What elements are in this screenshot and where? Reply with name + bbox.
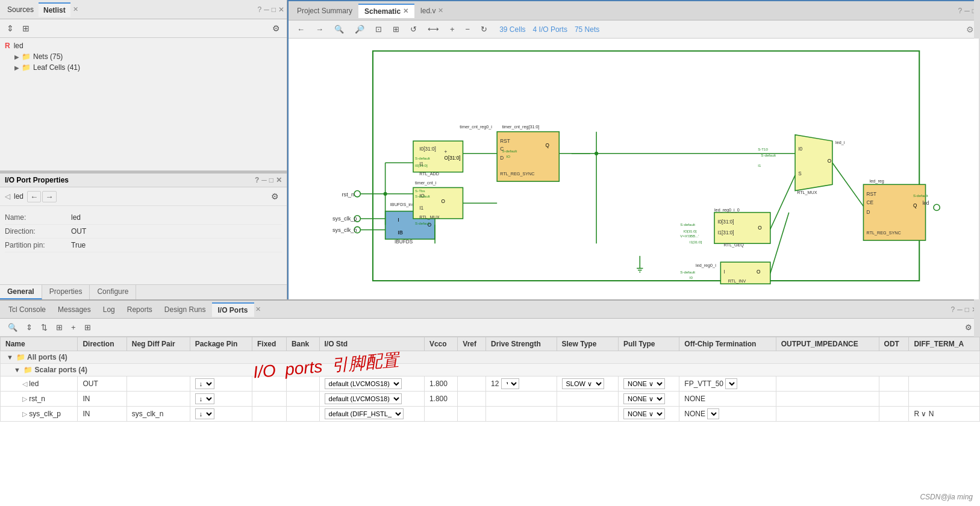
- sysClkP-io-std-select[interactable]: default (DIFF_HSTL_: [325, 408, 404, 419]
- tab-log[interactable]: Log: [97, 303, 121, 316]
- tree-root[interactable]: R led: [2, 40, 284, 51]
- sysClkP-off-chip-select[interactable]: ▼: [707, 408, 719, 419]
- bottom-help-icon[interactable]: ?: [951, 305, 955, 314]
- cells-stat[interactable]: 39 Cells: [499, 25, 525, 34]
- restore-icon[interactable]: □: [272, 5, 276, 14]
- tree-leaf-cells[interactable]: ▶ 📁 Leaf Cells (41): [12, 62, 284, 73]
- bottom-maximize-icon[interactable]: □: [965, 305, 969, 314]
- col-slew-type: Slew Type: [557, 337, 619, 351]
- rstn-package-pin-cell[interactable]: ↓: [190, 392, 252, 407]
- remove-port-btn[interactable]: ⊞: [81, 321, 94, 334]
- schematic-settings-icon[interactable]: ⚙: [966, 25, 974, 34]
- io-tab-general[interactable]: General: [0, 285, 42, 299]
- main-minimize-icon[interactable]: ─: [964, 7, 970, 15]
- zoom-in-btn[interactable]: 🔍: [331, 23, 348, 36]
- settings-btn[interactable]: ⚙: [269, 22, 283, 35]
- search-btn[interactable]: 🔍: [5, 321, 20, 334]
- rstn-io-std-select[interactable]: default (LVCMOS18): [325, 393, 402, 404]
- flip-btn[interactable]: ⟷: [424, 23, 443, 36]
- sysClkP-pull-type-cell[interactable]: NONE ∨: [619, 407, 679, 422]
- scalar-ports-expand[interactable]: ▼: [13, 366, 22, 373]
- schematic-tab-close[interactable]: ✕: [403, 7, 408, 15]
- svg-text:I0[31:0]: I0[31:0]: [415, 163, 428, 167]
- rstn-pull-type-cell[interactable]: NONE ∨: [619, 392, 679, 407]
- close-icon[interactable]: ✕: [278, 5, 284, 14]
- zoom-out-btn[interactable]: 🔎: [351, 23, 368, 36]
- rstn-package-pin-select[interactable]: ↓: [195, 393, 214, 404]
- tab-messages[interactable]: Messages: [52, 303, 97, 316]
- led-drive-strength-select[interactable]: ▼: [501, 378, 519, 389]
- minimize-icon[interactable]: ─: [264, 5, 269, 14]
- fit-window-btn[interactable]: ⊡: [372, 23, 385, 36]
- led-package-pin-select[interactable]: ↓: [195, 378, 214, 389]
- io-next-btn[interactable]: →: [42, 191, 56, 202]
- tab-io-ports[interactable]: I/O Ports: [212, 302, 254, 317]
- tab-reports[interactable]: Reports: [121, 303, 158, 316]
- led-package-pin-cell[interactable]: ↓: [190, 376, 252, 392]
- reload-btn[interactable]: ↻: [477, 23, 491, 36]
- tab-tcl-console[interactable]: Tcl Console: [2, 303, 52, 316]
- led-slew-type-cell[interactable]: SLOW ∨: [557, 376, 619, 392]
- sysClkP-package-pin-select[interactable]: ↓: [195, 408, 214, 419]
- io-help-icon[interactable]: ?: [255, 176, 259, 184]
- rstn-drive-strength-cell: [486, 392, 557, 407]
- io-minimize-icon[interactable]: ─: [261, 176, 267, 184]
- fit-selection-btn[interactable]: ⊞: [389, 23, 403, 36]
- io-settings-btn[interactable]: ⚙: [268, 190, 282, 203]
- main-help-icon[interactable]: ?: [958, 7, 963, 15]
- nets-stat[interactable]: 75 Nets: [575, 25, 599, 34]
- add-btn[interactable]: +: [446, 23, 458, 36]
- io-restore-icon[interactable]: □: [269, 176, 273, 184]
- tab-netlist[interactable]: Netlist: [39, 2, 70, 17]
- io-panel-subheader: ◁ led ← → ⚙: [0, 187, 287, 206]
- tab-schematic[interactable]: Schematic ✕: [358, 4, 414, 18]
- schematic-canvas[interactable]: rst_n sys_clk_p sys_clk_n I O IB IBUFDS …: [289, 39, 979, 299]
- led-off-chip-cell[interactable]: FP_VTT_50 ▼: [679, 376, 776, 392]
- help-icon[interactable]: ?: [258, 5, 262, 14]
- refresh-btn[interactable]: ⊞: [19, 22, 33, 35]
- table-settings-btn[interactable]: ⚙: [962, 321, 975, 334]
- io-close-icon[interactable]: ✕: [276, 176, 282, 184]
- io-tab-properties[interactable]: Properties: [42, 285, 90, 299]
- rstn-slew-type-cell: [557, 392, 619, 407]
- tree-nets-group: ▶ 📁 Nets (75) ▶ 📁 Leaf Cells (41): [12, 51, 284, 73]
- svg-text:I: I: [723, 269, 725, 275]
- sysClkP-pull-select[interactable]: NONE ∨: [623, 408, 665, 419]
- led-pull-type-cell[interactable]: NONE ∨: [619, 376, 679, 392]
- tree-nets[interactable]: ▶ 📁 Nets (75): [12, 51, 284, 62]
- tab-led-v[interactable]: led.v ✕: [414, 4, 449, 17]
- bottom-minimize-icon[interactable]: ─: [957, 305, 963, 314]
- tab-design-runs[interactable]: Design Runs: [158, 303, 212, 316]
- led-slew-select[interactable]: SLOW ∨: [562, 378, 604, 389]
- nav-back-btn[interactable]: ←: [293, 23, 308, 36]
- rstn-pull-select[interactable]: NONE ∨: [623, 393, 665, 404]
- collapse-btn[interactable]: ⇕: [23, 321, 36, 334]
- sysClkP-io-std-cell[interactable]: default (DIFF_HSTL_: [319, 407, 424, 422]
- filter-btn[interactable]: ⊞: [53, 321, 66, 334]
- netlist-tab-close[interactable]: ✕: [73, 5, 78, 13]
- io-ports-stat[interactable]: 4 I/O Ports: [533, 25, 567, 34]
- remove-btn[interactable]: −: [462, 23, 474, 36]
- sysClkP-package-pin-cell[interactable]: ↓: [190, 407, 252, 422]
- led-io-std-cell[interactable]: default (LVCMOS18): [319, 376, 424, 392]
- led-drive-strength-cell[interactable]: 12 ▼: [486, 376, 557, 392]
- led-v-tab-close[interactable]: ✕: [438, 7, 443, 14]
- nav-forward-btn[interactable]: →: [312, 23, 327, 36]
- add-port-btn[interactable]: +: [68, 321, 79, 334]
- io-ports-tab-close[interactable]: ✕: [255, 305, 261, 313]
- led-off-chip-select[interactable]: ▼: [725, 378, 737, 389]
- rotate-btn[interactable]: ↺: [407, 23, 420, 36]
- tab-project-summary[interactable]: Project Summary: [291, 4, 358, 17]
- collapse-all-btn[interactable]: ⇕: [4, 22, 17, 35]
- rstn-io-std-cell[interactable]: default (LVCMOS18): [319, 392, 424, 407]
- all-ports-expand[interactable]: ▼: [5, 354, 14, 361]
- io-ports-table-wrap[interactable]: Name Direction Neg Diff Pair Package Pin…: [0, 337, 980, 506]
- led-io-std-select[interactable]: default (LVCMOS18): [325, 378, 402, 389]
- sort-btn[interactable]: ⇅: [38, 321, 51, 334]
- led-pull-select[interactable]: NONE ∨: [623, 378, 665, 389]
- tab-sources[interactable]: Sources: [2, 3, 39, 16]
- svg-text:led: led: [922, 201, 929, 206]
- io-prev-btn[interactable]: ←: [27, 191, 41, 202]
- io-tab-configure[interactable]: Configure: [90, 285, 136, 299]
- io-panel-header: I/O Port Properties ? ─ □ ✕: [0, 173, 287, 187]
